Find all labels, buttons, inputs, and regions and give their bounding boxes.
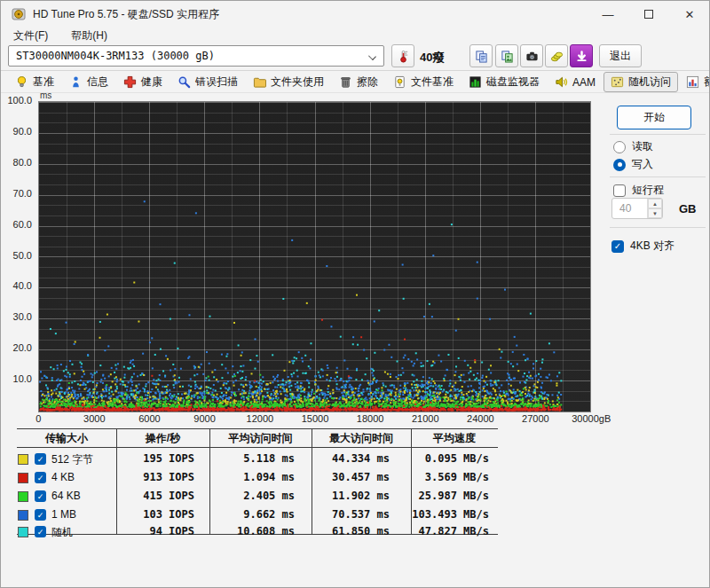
- tab-label: 健康: [141, 74, 162, 90]
- exit-button[interactable]: 退出: [599, 44, 642, 67]
- series-checkbox[interactable]: ✓: [35, 490, 46, 502]
- series-color-swatch: [18, 491, 28, 502]
- speaker-icon: [555, 75, 568, 89]
- table-row: ✓ 4 KB 913 IOPS 1.094 ms 30.457 ms 3.569…: [1, 470, 709, 488]
- separator: [610, 134, 706, 135]
- avg-speed-value: 103.493 MB/s: [411, 508, 489, 521]
- copy-image-button[interactable]: [495, 44, 518, 67]
- tab-erase[interactable]: 擦除: [332, 72, 385, 92]
- read-radio[interactable]: [613, 141, 626, 153]
- tab-info[interactable]: 信息: [62, 72, 115, 92]
- y-tick-label: 80.0: [13, 157, 32, 168]
- start-button[interactable]: 开始: [617, 106, 691, 129]
- tab-label: 信息: [87, 74, 108, 90]
- iops-value: 195 IOPS: [116, 452, 194, 465]
- exit-label: 退出: [610, 49, 631, 64]
- toolbar: ST30000NM004K-3RM133 (30000 gB) 40癈: [1, 43, 709, 71]
- spinner-down-button[interactable]: ▼: [648, 208, 662, 218]
- tab-disk-monitor[interactable]: 磁盘监视器: [462, 72, 547, 92]
- x-tick-label: 0: [36, 413, 41, 424]
- tab-label: 文件夹使用: [271, 74, 324, 90]
- chevron-down-icon: [368, 52, 376, 60]
- menu-bar: 文件(F) 帮助(H): [1, 27, 709, 43]
- table-row: ✓ 1 MB 103 IOPS 9.662 ms 70.537 ms 103.4…: [1, 507, 709, 525]
- y-tick-label: 50.0: [13, 250, 32, 261]
- max-access-value: 61.850 ms: [312, 525, 390, 537]
- read-option[interactable]: 读取: [613, 139, 653, 154]
- tab-label: 基准: [33, 74, 54, 90]
- menu-help[interactable]: 帮助(H): [67, 27, 111, 44]
- window-title: HD Tune Pro 5.75 - 硬盘/SSD 实用程序: [33, 7, 219, 22]
- copy-text-icon: [475, 50, 488, 63]
- title-bar: HD Tune Pro 5.75 - 硬盘/SSD 实用程序 — ✕: [1, 1, 709, 27]
- tab-random-access[interactable]: 随机访问: [604, 72, 678, 92]
- app-icon: [12, 7, 26, 21]
- transfer-size-label: 1 MB: [51, 508, 76, 521]
- tab-extra-tests[interactable]: 额外测试: [679, 72, 710, 92]
- series-color-swatch: [18, 510, 28, 521]
- series-checkbox[interactable]: ✓: [35, 453, 46, 465]
- thermometer-icon: [397, 50, 410, 63]
- maximize-button[interactable]: [629, 1, 668, 27]
- short-stroke-option[interactable]: 短行程: [613, 183, 664, 198]
- spinner-up-button[interactable]: ▲: [648, 199, 662, 208]
- tab-file-benchmark[interactable]: 文件基准: [386, 72, 461, 92]
- maximize-icon: [644, 10, 653, 19]
- write-radio[interactable]: [613, 159, 626, 171]
- tab-error-scan[interactable]: 错误扫描: [170, 72, 245, 92]
- save-results-button[interactable]: [545, 44, 568, 67]
- minimize-button[interactable]: —: [588, 1, 627, 27]
- avg-speed-value: 3.569 MB/s: [411, 471, 489, 483]
- tab-aam[interactable]: AAM: [548, 73, 603, 91]
- screenshot-button[interactable]: [520, 44, 543, 67]
- series-checkbox[interactable]: ✓: [35, 509, 46, 521]
- tab-label: 随机访问: [628, 74, 671, 90]
- tab-label: 磁盘监视器: [486, 74, 540, 90]
- drive-select-value: ST30000NM004K-3RM133 (30000 gB): [16, 50, 215, 62]
- align-label: 4KB 对齐: [630, 239, 674, 254]
- col-header-max-access: 最大访问时间: [312, 431, 411, 446]
- table-top-border: [17, 428, 498, 429]
- camera-icon: [525, 50, 539, 63]
- x-tick-label: 15000: [302, 413, 329, 424]
- iops-value: 103 IOPS: [116, 508, 194, 521]
- x-tick-label: 18000: [357, 413, 384, 424]
- series-checkbox[interactable]: ✓: [35, 526, 46, 537]
- table-row: ✓ 512 字节 195 IOPS 5.118 ms 44.334 ms 0.0…: [1, 451, 709, 469]
- col-header-avg-access: 平均访问时间: [209, 431, 312, 446]
- random-access-icon: [611, 75, 624, 89]
- capacity-spinner[interactable]: 40 ▲ ▼: [611, 198, 663, 219]
- health-cross-icon: [123, 75, 137, 89]
- write-option[interactable]: 写入: [613, 157, 653, 172]
- series-checkbox[interactable]: ✓: [35, 472, 46, 483]
- capacity-value[interactable]: 40: [612, 199, 647, 218]
- x-tick-label: 12000: [247, 413, 274, 424]
- read-label: 读取: [632, 139, 653, 154]
- temperature-value: 40癈: [420, 50, 444, 66]
- tab-folder-usage[interactable]: 文件夹使用: [246, 72, 331, 92]
- transfer-size-label: 随机: [51, 525, 73, 540]
- temperature-button[interactable]: [391, 44, 414, 67]
- close-button[interactable]: ✕: [670, 1, 709, 27]
- app-window: HD Tune Pro 5.75 - 硬盘/SSD 实用程序 — ✕ 文件(F)…: [0, 0, 710, 588]
- iops-value: 94 IOPS: [116, 525, 194, 537]
- menu-file[interactable]: 文件(F): [10, 27, 51, 44]
- transfer-size-label: 512 字节: [51, 452, 93, 467]
- x-tick-label: 6000: [138, 413, 160, 424]
- max-access-value: 44.334 ms: [312, 452, 390, 465]
- align-option[interactable]: ✓ 4KB 对齐: [611, 239, 674, 254]
- copy-text-button[interactable]: [469, 44, 493, 67]
- tab-health[interactable]: 健康: [116, 72, 170, 92]
- download-button[interactable]: [570, 44, 593, 67]
- short-stroke-checkbox[interactable]: [613, 184, 626, 197]
- transfer-size-label: 64 KB: [51, 490, 81, 502]
- drive-select[interactable]: ST30000NM004K-3RM133 (30000 gB): [8, 45, 384, 67]
- tab-benchmark[interactable]: 基准: [8, 72, 61, 92]
- avg-access-value: 1.094 ms: [209, 471, 295, 483]
- series-color-swatch: [18, 527, 28, 537]
- x-tick-label: 30000gB: [572, 413, 611, 424]
- align-checkbox[interactable]: ✓: [611, 240, 624, 253]
- avg-access-value: 2.405 ms: [209, 490, 295, 502]
- iops-value: 913 IOPS: [116, 471, 194, 483]
- max-access-value: 11.902 ms: [312, 490, 390, 502]
